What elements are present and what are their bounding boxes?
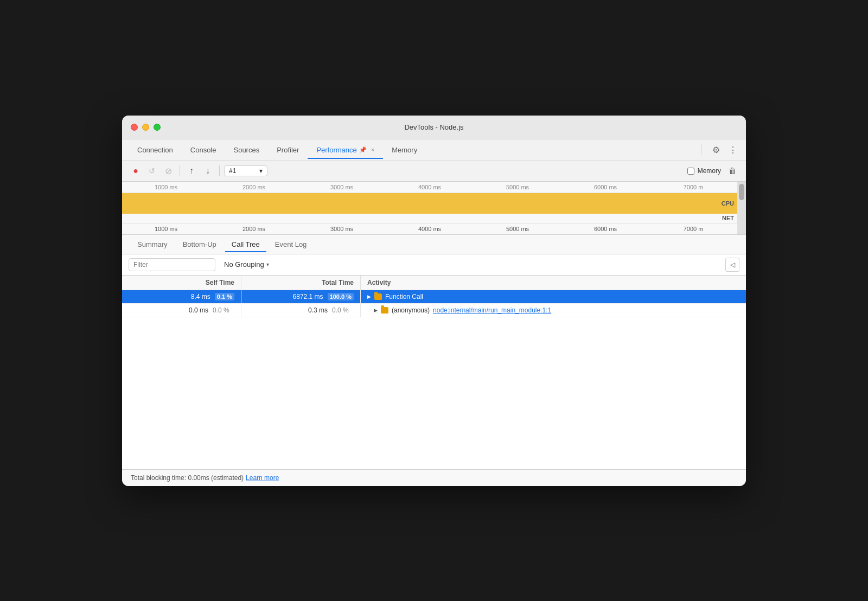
minimize-button[interactable] (142, 124, 149, 131)
toolbar: ● ↺ ⊘ ↑ ↓ #1 ▾ Memory 🗑 (122, 161, 746, 182)
table-row[interactable]: 8.4 ms 0.1 % 6872.1 ms 100.0 % ▶ Functio… (122, 290, 746, 304)
ruler-tick-1: 2000 ms (210, 184, 298, 190)
scrollbar-thumb[interactable] (739, 184, 744, 200)
tab-profiler[interactable]: Profiler (268, 142, 308, 158)
net-bar: NET (122, 214, 737, 223)
timeline-ruler-bottom: 1000 ms 2000 ms 3000 ms 4000 ms 5000 ms … (122, 223, 737, 234)
tab-performance[interactable]: Performance 📌 × (308, 142, 383, 158)
ruler-tick-2: 3000 ms (298, 184, 386, 190)
settings-icon[interactable]: ⚙ (710, 143, 722, 157)
row1-activity-text: Function Call (385, 293, 423, 300)
ruler2-tick-0: 1000 ms (122, 226, 210, 232)
net-label: NET (722, 215, 737, 221)
filter-input[interactable] (129, 258, 215, 271)
row1-self-time-cell: 8.4 ms 0.1 % (122, 290, 241, 303)
ruler2-tick-1: 2000 ms (210, 226, 298, 232)
record-button[interactable]: ● (129, 164, 143, 178)
row1-expand-icon[interactable]: ▶ (367, 294, 371, 299)
ruler-tick-0: 1000 ms (122, 184, 210, 190)
learn-more-link[interactable]: Learn more (246, 474, 279, 482)
close-button[interactable] (131, 124, 138, 131)
grouping-arrow-icon: ▾ (266, 261, 269, 267)
toolbar-right: Memory 🗑 (687, 164, 739, 178)
upload-button[interactable]: ↑ (184, 164, 199, 178)
row1-self-time: 8.4 ms (191, 293, 210, 300)
row2-folder-icon (381, 307, 388, 314)
ruler-tick-6: 7000 m (649, 184, 737, 190)
tab-console[interactable]: Console (182, 142, 225, 158)
ruler2-tick-2: 3000 ms (298, 226, 386, 232)
row1-self-pct: 0.1 % (215, 293, 234, 300)
menu-icon[interactable]: ⋮ (726, 143, 739, 157)
trash-button[interactable]: 🗑 (725, 164, 739, 178)
table-row[interactable]: 0.0 ms 0.0 % 0.3 ms 0.0 % ▶ (anonymous) … (122, 304, 746, 317)
tab-call-tree[interactable]: Call Tree (225, 237, 266, 252)
ruler-tick-3: 4000 ms (386, 184, 474, 190)
activity-header: Activity (361, 276, 746, 290)
toolbar-divider-2 (219, 165, 220, 176)
timeline-scrollbar[interactable] (737, 182, 746, 234)
self-time-header: Self Time (122, 276, 241, 290)
memory-checkbox[interactable]: Memory (687, 167, 721, 175)
ruler-tick-5: 6000 ms (561, 184, 649, 190)
tab-connection[interactable]: Connection (129, 142, 182, 158)
filter-right: ◁ (725, 258, 739, 272)
refresh-button[interactable]: ↺ (145, 164, 159, 178)
nav-divider (701, 144, 701, 155)
nav-tabs: Connection Console Sources Profiler Perf… (122, 139, 746, 161)
maximize-button[interactable] (154, 124, 161, 131)
cpu-label: CPU (722, 200, 737, 207)
cpu-bar: CPU (122, 193, 737, 214)
tab-sources[interactable]: Sources (225, 142, 268, 158)
row2-total-pct: 0.0 % (332, 306, 354, 314)
collapse-icon: ◁ (730, 261, 735, 268)
row2-total-time-cell: 0.3 ms 0.0 % (241, 304, 361, 317)
ruler2-tick-5: 6000 ms (561, 226, 649, 232)
row1-total-time-cell: 6872.1 ms 100.0 % (241, 290, 361, 303)
tab-memory[interactable]: Memory (383, 142, 426, 158)
timeline-ruler-top: 1000 ms 2000 ms 3000 ms 4000 ms 5000 ms … (122, 182, 737, 193)
profile-selector[interactable]: #1 ▾ (224, 165, 267, 176)
tab-summary[interactable]: Summary (131, 237, 174, 252)
row1-total-time: 6872.1 ms (293, 293, 323, 300)
ruler2-tick-3: 4000 ms (386, 226, 474, 232)
nav-right: ⚙ ⋮ (697, 143, 739, 157)
total-time-header: Total Time (241, 276, 361, 290)
row2-total-time: 0.3 ms (308, 306, 328, 314)
grouping-select[interactable]: No Grouping ▾ (220, 258, 273, 271)
tab-bottom-up[interactable]: Bottom-Up (176, 237, 223, 252)
row1-total-pct: 100.0 % (328, 293, 354, 300)
window-title: DevTools - Node.js (404, 123, 463, 131)
row2-activity-cell: ▶ (anonymous) node:internal/main/run_mai… (361, 304, 746, 317)
row2-activity-text: (anonymous) (392, 306, 430, 314)
collapse-button[interactable]: ◁ (725, 258, 739, 272)
timeline-area: 1000 ms 2000 ms 3000 ms 4000 ms 5000 ms … (122, 182, 746, 235)
devtools-window: DevTools - Node.js Connection Console So… (122, 116, 746, 486)
row2-self-time-cell: 0.0 ms 0.0 % (122, 304, 241, 317)
ruler2-tick-6: 7000 m (649, 226, 737, 232)
table-empty-space (122, 317, 746, 469)
timeline-main: 1000 ms 2000 ms 3000 ms 4000 ms 5000 ms … (122, 182, 737, 234)
download-button[interactable]: ↓ (201, 164, 215, 178)
ruler2-tick-4: 5000 ms (474, 226, 561, 232)
status-bar: Total blocking time: 0.00ms (estimated) … (122, 469, 746, 486)
row1-activity-cell: ▶ Function Call (361, 290, 746, 303)
toolbar-divider-1 (180, 165, 180, 176)
profile-dropdown-icon: ▾ (259, 167, 263, 175)
row2-link[interactable]: node:internal/main/run_main_module:1:1 (433, 306, 551, 314)
row2-self-time: 0.0 ms (189, 306, 208, 314)
row1-folder-icon (374, 293, 382, 300)
table-header: Self Time Total Time Activity (122, 276, 746, 290)
analysis-tabs: Summary Bottom-Up Call Tree Event Log (122, 235, 746, 254)
memory-checkbox-input[interactable] (687, 168, 694, 175)
filter-bar: No Grouping ▾ ◁ (122, 254, 746, 276)
tab-event-log[interactable]: Event Log (269, 237, 314, 252)
titlebar: DevTools - Node.js (122, 116, 746, 139)
status-text: Total blocking time: 0.00ms (estimated) (131, 474, 244, 482)
timeline-container: 1000 ms 2000 ms 3000 ms 4000 ms 5000 ms … (122, 182, 746, 234)
ruler-tick-4: 5000 ms (474, 184, 561, 190)
data-table: Self Time Total Time Activity 8.4 ms 0.1… (122, 276, 746, 469)
stop-button[interactable]: ⊘ (161, 164, 175, 178)
row2-expand-icon[interactable]: ▶ (374, 308, 378, 313)
performance-close-icon[interactable]: × (371, 146, 374, 153)
